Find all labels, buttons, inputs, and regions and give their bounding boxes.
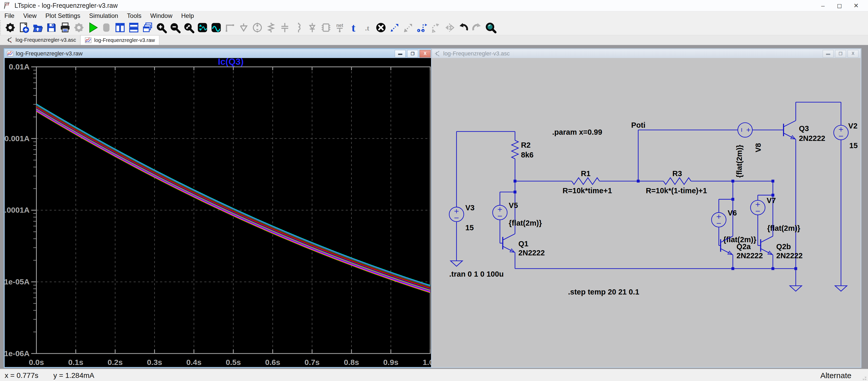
toolbar-autorange-button[interactable] — [195, 21, 209, 34]
child-close-button[interactable]: X — [847, 50, 859, 58]
toolbar-tile-vertical-button[interactable] — [113, 21, 127, 34]
tab-schematic[interactable]: log-Frequenzregler-v3.asc — [2, 35, 80, 45]
toolbar-diode-button[interactable] — [305, 21, 319, 34]
svg-text:2N2222: 2N2222 — [736, 252, 763, 260]
schematic-canvas[interactable]: R28k6R1R=10k*time+1R3R=10k*(1-time)+1V31… — [432, 58, 861, 367]
toolbar-print-button[interactable] — [58, 21, 72, 34]
schematic-drawing[interactable]: R28k6R1R=10k*time+1R3R=10k*(1-time)+1V31… — [432, 58, 861, 367]
close-button[interactable]: ✕ — [848, 1, 864, 11]
child-close-button[interactable]: X — [420, 50, 431, 58]
voltage-source-V6[interactable] — [712, 213, 726, 227]
toolbar-redo-button[interactable] — [470, 21, 484, 34]
child-minimize-button[interactable]: ▬ — [823, 50, 834, 58]
svg-text:net: net — [336, 23, 343, 28]
child-restore-button[interactable]: ❐ — [835, 50, 846, 58]
toolbar-text-button[interactable]: t — [347, 21, 360, 34]
control-panel-icon — [4, 22, 16, 33]
zoom-out-icon — [169, 22, 181, 33]
svg-text:Q2a: Q2a — [736, 243, 751, 251]
toolbar-copy-button[interactable] — [388, 21, 402, 34]
sweep-mode-label: Alternate — [820, 371, 851, 380]
menu-simulation[interactable]: Simulation — [85, 11, 123, 20]
schematic-icon — [434, 50, 441, 57]
toolbar-find-button[interactable] — [484, 21, 498, 34]
menu-plot-settings[interactable]: Plot Settings — [41, 11, 85, 20]
toolbar-zoom-full-button[interactable] — [182, 21, 195, 34]
voltage-source-V7[interactable] — [750, 200, 765, 215]
wire-icon — [224, 22, 236, 33]
menu-window[interactable]: Window — [146, 11, 177, 20]
toolbar-rotate-button[interactable] — [429, 21, 443, 34]
toolbar-resistor-button[interactable] — [264, 21, 278, 34]
toolbar-cascade-button[interactable] — [141, 21, 154, 34]
toolbar-inductor-button[interactable] — [292, 21, 305, 34]
voltage-source-V3[interactable] — [449, 207, 464, 221]
svg-text:0.001A: 0.001A — [5, 134, 30, 143]
toolbar-drag-button[interactable] — [415, 21, 429, 34]
svg-text:Q1: Q1 — [518, 240, 528, 248]
toolbar-pause-button[interactable] — [72, 21, 86, 34]
toolbar-open-button[interactable] — [31, 21, 44, 34]
resistor-R2[interactable] — [512, 140, 518, 159]
toolbar-component-button[interactable] — [319, 21, 333, 34]
toolbar-zoom-out-button[interactable] — [168, 21, 182, 34]
statusbar: x = 0.777s y = 1.284mA Alternate — [0, 369, 868, 381]
svg-text:0.1s: 0.1s — [68, 358, 84, 367]
cursor-y-readout: y = 1.284mA — [53, 372, 94, 380]
toolbar-zoom-in-button[interactable] — [154, 21, 168, 34]
waveform-plot[interactable]: 0.01A0.001A0.0001A1e-05A1e-06A0.0s0.1s0.… — [5, 58, 433, 367]
toolbar-fft-button[interactable] — [209, 21, 223, 34]
toolbar-halt-button[interactable] — [99, 21, 113, 34]
child-restore-button[interactable]: ❐ — [407, 50, 418, 58]
voltage-source-V5[interactable] — [493, 205, 507, 220]
resistor-R3[interactable] — [663, 178, 691, 184]
toolbar-save-button[interactable] — [44, 21, 58, 34]
toolbar-net-label-button[interactable]: net — [333, 21, 347, 34]
toolbar-spice-directive-button[interactable]: .t — [360, 21, 374, 34]
toolbar-voltage-button[interactable] — [250, 21, 264, 34]
svg-text:0.7s: 0.7s — [305, 358, 320, 367]
toolbar-paste-button[interactable] — [402, 21, 415, 34]
menu-file[interactable]: File — [0, 11, 19, 20]
toolbar-ground-button[interactable] — [237, 21, 250, 34]
undo-icon — [458, 22, 469, 33]
svg-text:V6: V6 — [727, 209, 737, 217]
app-titlebar: LT LTspice - log-Frequenzregler-v3.raw –… — [0, 0, 868, 11]
child-minimize-button[interactable]: ▬ — [395, 50, 406, 58]
svg-text:0.0001A: 0.0001A — [5, 206, 30, 215]
menubar: FileViewPlot SettingsSimulationToolsWind… — [0, 11, 868, 20]
voltage-source-V8[interactable] — [738, 123, 752, 137]
menu-view[interactable]: View — [19, 11, 41, 20]
diode-icon — [306, 22, 318, 33]
toolbar-mirror-button[interactable] — [443, 21, 456, 34]
toolbar-tile-horizontal-button[interactable] — [127, 21, 141, 34]
paste-icon — [403, 22, 414, 33]
resize-grip[interactable] — [860, 374, 867, 381]
maximize-button[interactable]: ◻ — [831, 1, 848, 11]
toolbar-control-panel-button[interactable] — [3, 21, 17, 34]
transistor-Q1[interactable] — [503, 234, 515, 253]
voltage-source-V2[interactable] — [834, 125, 848, 140]
tab-label: log-Frequenzregler-v3.raw — [94, 37, 155, 43]
resistor-R1[interactable] — [572, 178, 599, 184]
toolbar-run-button[interactable] — [86, 21, 99, 34]
tab-waveform[interactable]: log-Frequenzregler-v3.raw — [80, 35, 159, 45]
spice-directive-icon: .t — [361, 22, 373, 33]
svg-text:Q2b: Q2b — [776, 243, 791, 251]
tab-label: log-Frequenzregler-v3.asc — [16, 37, 76, 43]
plot-window-titlebar[interactable]: log-Frequenzregler-v3.raw ▬ ❐ X — [5, 49, 433, 58]
svg-text:R3: R3 — [673, 169, 682, 178]
svg-text:0.3s: 0.3s — [147, 358, 162, 367]
minimize-button[interactable]: – — [815, 1, 831, 11]
toolbar-capacitor-button[interactable] — [278, 21, 292, 34]
toolbar-cut-button[interactable] — [374, 21, 388, 34]
transistor-Q3[interactable] — [783, 121, 796, 139]
toolbar-undo-button[interactable] — [456, 21, 470, 34]
menu-help[interactable]: Help — [177, 11, 198, 20]
toolbar-new-schematic-button[interactable] — [17, 21, 31, 34]
cascade-icon — [142, 22, 153, 33]
toolbar-wire-button[interactable] — [223, 21, 237, 34]
menu-tools[interactable]: Tools — [123, 11, 146, 20]
schematic-window-titlebar[interactable]: log-Frequenzregler-v3.asc ▬ ❐ X — [432, 49, 861, 58]
plot-canvas[interactable]: 0.01A0.001A0.0001A1e-05A1e-06A0.0s0.1s0.… — [5, 58, 433, 367]
